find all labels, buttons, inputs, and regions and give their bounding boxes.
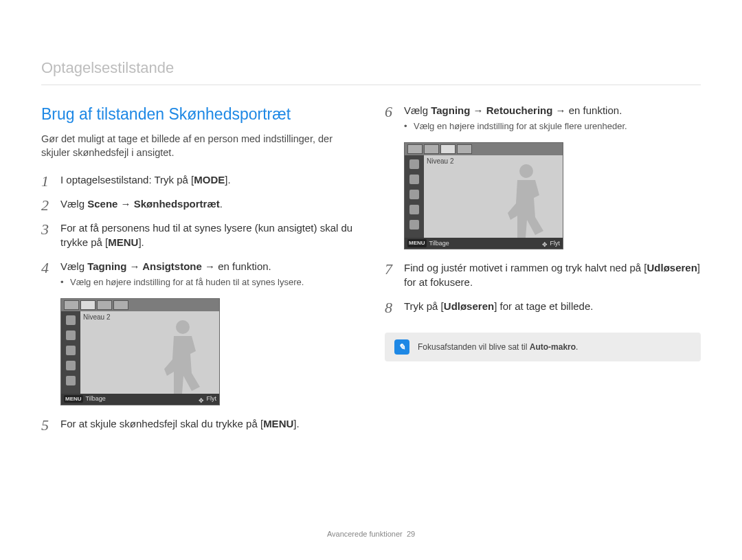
option-icon (97, 300, 112, 310)
step-text: I optagelsestilstand: Tryk på [ (60, 174, 194, 186)
steps-list-left-cont: For at skjule skønhedsfejl skal du trykk… (41, 416, 357, 431)
steps-list-left: I optagelsestilstand: Tryk på [MODE]. Væ… (41, 172, 357, 289)
step-4: Vælg Tagning → Ansigtstone → en funktion… (41, 259, 357, 289)
side-icon (409, 175, 419, 184)
step-5: For at skjule skønhedsfejl skal du trykk… (41, 416, 357, 431)
step-text: For at få personens hud til at synes lys… (60, 222, 352, 248)
camera-bottom-bar: MENU Tilbage Flyt (61, 394, 219, 405)
note-text-b: . (576, 342, 578, 352)
step-text-end: ]. (138, 236, 144, 248)
side-icon (66, 361, 76, 370)
bold-shutter: Udløseren (444, 300, 494, 312)
camera-body: Niveau 2 (61, 311, 219, 394)
intro-text: Gør det muligt at tage et billede af en … (41, 132, 357, 160)
step-2: Vælg Scene → Skønhedsportræt. (41, 197, 357, 211)
step-text: Vælg (60, 198, 87, 210)
note-text: Fokusafstanden vil blive sat til Auto-ma… (418, 341, 578, 353)
note-text-a: Fokusafstanden vil blive sat til (418, 342, 530, 352)
option-icon (407, 144, 423, 154)
columns: Brug af tilstanden Skønhedsportræt Gør d… (41, 103, 701, 440)
option-icon (64, 300, 79, 310)
bold-shutter: Udløseren (647, 262, 697, 273)
step-7: Find og justér motivet i rammen og tryk … (385, 260, 701, 289)
back-label: Tilbage (429, 239, 449, 248)
key-menu: MENU (108, 236, 138, 248)
step-text: Tryk på [ (404, 300, 444, 312)
step-text: Vælg (60, 260, 87, 272)
step-6: Vælg Tagning → Retouchering → en funktio… (385, 103, 701, 133)
page-footer: Avancerede funktioner 29 (0, 529, 742, 539)
step-text-end: → en funktion. (552, 104, 622, 116)
camera-side-icons (405, 155, 424, 238)
step-1: I optagelsestilstand: Tryk på [MODE]. (41, 172, 357, 187)
bold-path: Tagning → Ansigtstone (87, 260, 202, 272)
step-text-end: ]. (225, 174, 230, 186)
camera-top-icons (405, 143, 563, 155)
step-text-end: → en funktion. (202, 260, 271, 272)
bold-path: Tagning → Retouchering (431, 104, 552, 116)
camera-preview-2: Niveau 2 MENU Tilbage Flyt (404, 142, 563, 249)
side-icon (66, 315, 76, 325)
step-text-end: ]. (293, 418, 299, 429)
step-3: For at få personens hud til at synes lys… (41, 221, 357, 249)
breadcrumb: Optagelsestilstande (41, 58, 701, 85)
camera-side-icons (61, 311, 80, 394)
option-icon-selected (440, 144, 456, 154)
steps-list-right-cont: Find og justér motivet i rammen og tryk … (385, 260, 701, 313)
side-icon (66, 376, 76, 385)
camera-top-icons (61, 299, 219, 311)
footer-label: Avancerede funktioner (327, 530, 403, 538)
note-icon: ✎ (394, 339, 409, 355)
footer-page-number: 29 (407, 530, 415, 538)
camera-main: Niveau 2 (80, 311, 219, 394)
step-6-sub: Vælg en højere indstilling for at skjule… (404, 120, 701, 133)
section-title: Brug af tilstanden Skønhedsportræt (41, 103, 357, 125)
page: Optagelsestilstande Brug af tilstanden S… (0, 0, 742, 560)
step-4-sub: Vælg en højere indstilling for at få hud… (60, 276, 357, 289)
bold-path: Scene → Skønhedsportræt (87, 198, 220, 210)
side-icon (66, 346, 76, 355)
back-label: Tilbage (86, 394, 106, 403)
person-silhouette-icon (502, 161, 550, 238)
right-column: Vælg Tagning → Retouchering → en funktio… (385, 103, 701, 440)
level-label: Niveau 2 (83, 313, 110, 322)
nav-diamond-icon (199, 396, 204, 402)
step-text-end: ] for at tage et billede. (494, 300, 593, 312)
camera-body: Niveau 2 (405, 155, 563, 238)
side-icon (409, 159, 419, 169)
left-column: Brug af tilstanden Skønhedsportræt Gør d… (41, 103, 357, 440)
camera-preview-1: Niveau 2 MENU Tilbage Flyt (60, 298, 220, 405)
side-icon (409, 220, 419, 229)
note-box: ✎ Fokusafstanden vil blive sat til Auto-… (385, 333, 701, 361)
option-icon-selected (80, 300, 95, 310)
nav-diamond-icon (542, 240, 548, 246)
side-icon (409, 205, 419, 214)
camera-bottom-bar: MENU Tilbage Flyt (405, 238, 563, 249)
move-label: Flyt (207, 394, 217, 403)
step-text-end: . (220, 198, 223, 210)
note-text-bold: Auto-makro (530, 342, 576, 352)
move-label: Flyt (550, 239, 561, 248)
step-text: Vælg (404, 104, 431, 116)
side-icon (66, 331, 76, 340)
step-text: For at skjule skønhedsfejl skal du trykk… (60, 418, 263, 429)
step-text: Find og justér motivet i rammen og tryk … (404, 262, 647, 273)
level-label: Niveau 2 (427, 157, 453, 166)
option-icon (457, 144, 472, 154)
step-8: Tryk på [Udløseren] for at tage et bille… (385, 299, 701, 313)
camera-main: Niveau 2 (424, 155, 563, 238)
side-icon (409, 190, 419, 199)
steps-list-right: Vælg Tagning → Retouchering → en funktio… (385, 103, 701, 133)
option-icon (424, 144, 439, 154)
menu-icon: MENU (407, 239, 427, 247)
option-icon (113, 300, 128, 310)
key-menu: MENU (263, 418, 293, 429)
key-mode: MODE (194, 174, 225, 186)
person-silhouette-icon (159, 317, 207, 394)
menu-icon: MENU (64, 395, 83, 403)
